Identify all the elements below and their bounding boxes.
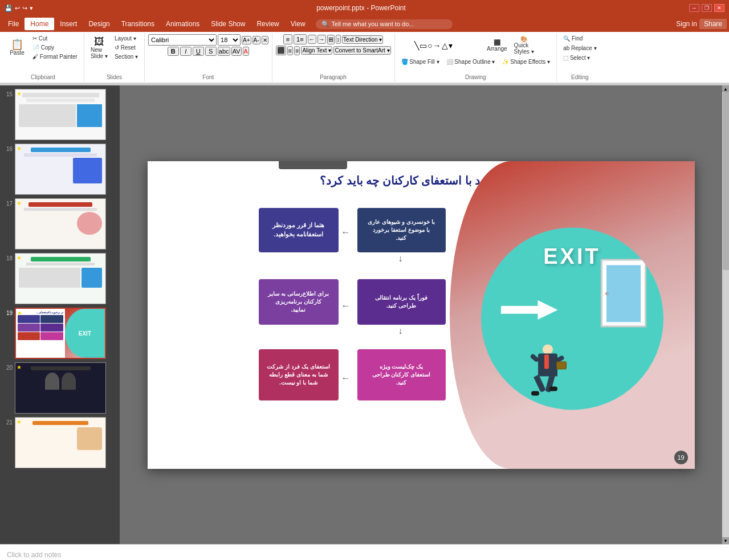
- drawing-label: Drawing: [465, 73, 486, 80]
- shape-outline-button[interactable]: ⬜ Shape Outline ▾: [443, 58, 498, 66]
- font-label: Font: [202, 73, 214, 80]
- shape-effects-button[interactable]: ✨ Shape Effects ▾: [499, 58, 553, 66]
- notes-placeholder[interactable]: Click to add notes: [7, 551, 61, 559]
- star-badge-18: ★: [17, 255, 22, 261]
- sign-in-area[interactable]: Sign in Share: [676, 19, 727, 29]
- window-controls[interactable]: ─ ❐ ✕: [689, 4, 724, 12]
- decrease-indent-button[interactable]: ←: [308, 35, 316, 44]
- bullets-button[interactable]: ≡: [283, 34, 292, 44]
- clear-format-button[interactable]: ✕: [262, 36, 268, 44]
- scroll-down-button[interactable]: ▼: [722, 537, 729, 544]
- font-color-button[interactable]: A: [243, 47, 249, 56]
- reset-button[interactable]: ↺ Reset: [112, 43, 141, 52]
- columns-button[interactable]: ⊞: [327, 35, 335, 44]
- right-scrollbar[interactable]: ▲ ▼: [722, 85, 729, 544]
- align-right-button[interactable]: ≡: [294, 46, 300, 55]
- align-left-button[interactable]: ⬛: [276, 46, 286, 55]
- new-slide-button[interactable]: 🖼 NewSlide ▾: [88, 35, 111, 61]
- slide-image-16[interactable]: ★: [15, 144, 106, 195]
- replace-button[interactable]: ab Replace ▾: [560, 44, 599, 52]
- undo-icon[interactable]: ↩: [15, 5, 20, 12]
- bold-button[interactable]: B: [168, 47, 179, 56]
- text-direction-button[interactable]: Text Direction ▾: [342, 35, 383, 44]
- slides-label: Slides: [107, 73, 122, 80]
- shape-tri[interactable]: △: [442, 41, 448, 50]
- increase-indent-button[interactable]: →: [317, 35, 326, 44]
- menu-slideshow[interactable]: Slide Show: [205, 18, 251, 30]
- sign-in-button[interactable]: Sign in: [676, 20, 697, 28]
- find-button[interactable]: 🔍 Find: [560, 34, 599, 43]
- slide-thumb-18[interactable]: 18 ★: [2, 252, 117, 305]
- menu-view[interactable]: View: [285, 18, 311, 30]
- slide-image-19[interactable]: ★ در برخورد با استعفای...: [15, 308, 106, 359]
- slide-image-15[interactable]: ★: [15, 89, 106, 140]
- slide-thumb-15[interactable]: 15 ★: [2, 88, 117, 141]
- slide-image-20[interactable]: ★: [15, 362, 106, 414]
- section-button[interactable]: Section ▾: [112, 52, 141, 61]
- format-painter-button[interactable]: 🖌 Format Painter: [30, 52, 80, 61]
- slide-thumb-20[interactable]: 20 ★: [2, 361, 117, 415]
- clipboard-secondary: ✂ Cut 📄 Copy 🖌 Format Painter: [30, 34, 80, 61]
- italic-button[interactable]: I: [180, 47, 192, 56]
- scroll-thumb[interactable]: [723, 92, 729, 270]
- search-bar[interactable]: 🔍 Tell me what you want to do...: [316, 19, 453, 29]
- copy-button[interactable]: 📄 Copy: [30, 43, 80, 52]
- slide-canvas[interactable]: در برخورد با استعفای کارکنان چه باید کرد…: [148, 161, 695, 469]
- arrow-v2: ↓: [398, 326, 403, 336]
- char-spacing-button[interactable]: AV: [231, 47, 242, 56]
- exit-arrow: [501, 300, 558, 320]
- strikethrough-button[interactable]: S: [205, 47, 217, 56]
- menu-review[interactable]: Review: [251, 18, 284, 30]
- ribbon-group-slides: 🖼 NewSlide ▾ Layout ▾ ↺ Reset Section ▾ …: [84, 33, 145, 81]
- quick-access-toolbar[interactable]: 💾 ↩ ↪ ▾: [5, 5, 33, 12]
- save-icon[interactable]: 💾: [5, 5, 13, 12]
- restore-button[interactable]: ❐: [702, 4, 712, 12]
- slide-thumb-19[interactable]: 19 ★ در برخورد با استعفای...: [2, 306, 117, 360]
- align-center-button[interactable]: ≡: [287, 46, 293, 55]
- menu-design[interactable]: Design: [83, 18, 115, 30]
- arrange-button[interactable]: ⬛ Arrange: [484, 38, 510, 54]
- increase-font-button[interactable]: A+: [242, 36, 251, 44]
- slide-image-18[interactable]: ★: [15, 253, 106, 304]
- slide-thumb-21[interactable]: 21 ★: [2, 416, 117, 469]
- shape-fill-button[interactable]: 🪣 Shape Fill ▾: [398, 58, 442, 66]
- flow-box-2: با خونسردی و شیوهای عاریبا موضوع استعفا …: [357, 208, 446, 252]
- share-button[interactable]: Share: [699, 19, 727, 29]
- align-text-button[interactable]: Align Text ▾: [301, 46, 332, 55]
- shape-arrow[interactable]: →: [433, 41, 441, 50]
- font-size-select[interactable]: 18: [218, 34, 241, 46]
- notes-area[interactable]: Click to add notes: [0, 544, 729, 560]
- text-shadow-button[interactable]: abc: [218, 47, 230, 56]
- redo-icon[interactable]: ↪: [22, 5, 27, 12]
- minimize-button[interactable]: ─: [689, 4, 699, 12]
- underline-button[interactable]: U: [193, 47, 204, 56]
- clipboard-label: Clipboard: [31, 73, 55, 80]
- shape-rect[interactable]: ▭: [420, 41, 427, 50]
- shape-round[interactable]: ○: [427, 41, 432, 50]
- slide-thumb-16[interactable]: 16 ★: [2, 142, 117, 196]
- cut-button[interactable]: ✂ Cut: [30, 34, 80, 43]
- menu-home[interactable]: Home: [25, 18, 54, 30]
- paste-button[interactable]: 📋 Paste: [6, 38, 28, 58]
- menu-transitions[interactable]: Transitions: [116, 18, 160, 30]
- slide-image-21[interactable]: ★: [15, 417, 106, 468]
- select-button[interactable]: ⬚ Select ▾: [560, 54, 599, 62]
- close-button[interactable]: ✕: [714, 4, 724, 12]
- line-spacing-button[interactable]: ↕: [336, 35, 341, 44]
- menu-file[interactable]: File: [2, 18, 25, 30]
- menu-animations[interactable]: Animations: [160, 18, 205, 30]
- quick-styles-button[interactable]: 🎨 QuickStyles ▾: [511, 34, 537, 56]
- numbering-button[interactable]: 1≡: [294, 34, 307, 44]
- shape-line[interactable]: ╲: [414, 41, 419, 50]
- scroll-up-button[interactable]: ▲: [722, 85, 729, 92]
- slide-image-17[interactable]: ★: [15, 198, 106, 250]
- convert-smartart-button[interactable]: Convert to SmartArt ▾: [333, 46, 390, 55]
- slide-top-tab: [279, 161, 347, 169]
- font-family-select[interactable]: Calibri: [148, 34, 217, 46]
- decrease-font-button[interactable]: A-: [252, 36, 260, 44]
- shape-more[interactable]: ▾: [449, 41, 453, 50]
- layout-button[interactable]: Layout ▾: [112, 34, 141, 43]
- slide-thumb-17[interactable]: 17 ★: [2, 197, 117, 251]
- menu-insert[interactable]: Insert: [54, 18, 83, 30]
- star-badge-21: ★: [17, 419, 22, 425]
